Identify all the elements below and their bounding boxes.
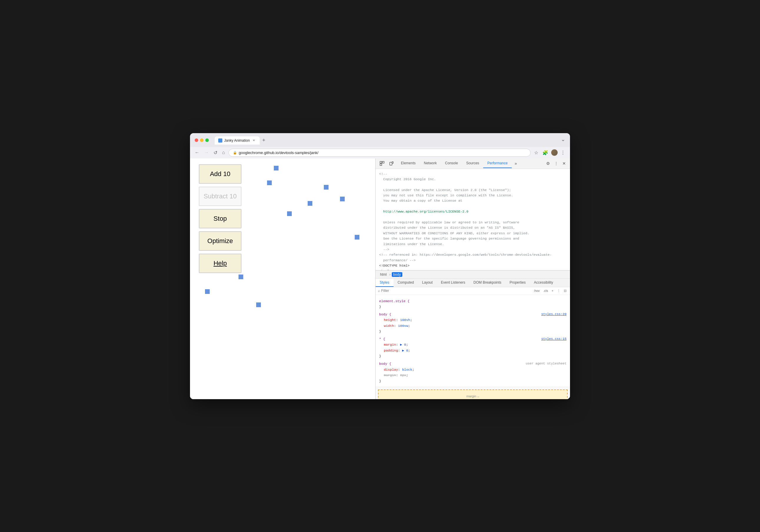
hover-state-button[interactable]: :hov	[532, 288, 541, 293]
help-button[interactable]: Help	[199, 254, 241, 273]
page-buttons: Add 10 Subtract 10 Stop Optimize Help	[199, 164, 241, 273]
html-source[interactable]: <!-- Copyright 2016 Google Inc. Licensed…	[376, 169, 570, 270]
styles-panel: Styles Computed Layout Event Listeners D…	[376, 279, 570, 399]
styles-tab-accessibility[interactable]: Accessibility	[530, 279, 557, 287]
svg-rect-1	[380, 164, 382, 165]
box-model-value: –	[476, 395, 479, 399]
forward-button[interactable]: →	[203, 149, 210, 156]
box-model-area: margin –	[376, 387, 570, 399]
tab-network[interactable]: Network	[420, 159, 441, 168]
css-rule-star: * { styles.css:15 margin: ▶ 0; padding: …	[379, 336, 566, 359]
devtools-toolbar: Elements Network Console Sources Perform…	[376, 158, 570, 169]
source-line	[379, 182, 566, 187]
nav-bar: ← → ↺ ⌂ 🔒 googlechrome.github.io/devtool…	[190, 147, 570, 158]
anim-square	[287, 211, 292, 216]
anim-square	[205, 289, 210, 294]
anim-square	[256, 302, 261, 307]
more-menu-button[interactable]: ⋮	[559, 149, 566, 157]
devtools-settings-button[interactable]: ⚙	[545, 160, 552, 167]
source-line: See the License for the specific languag…	[379, 236, 566, 241]
main-content: Add 10 Subtract 10 Stop Optimize Help	[190, 158, 570, 399]
breadcrumb-bar: html › body	[376, 270, 570, 279]
breadcrumb-body[interactable]: body	[392, 272, 403, 277]
style-more-button[interactable]: ⋮	[556, 288, 561, 293]
svg-rect-0	[380, 161, 382, 163]
more-devtools-tabs-button[interactable]: »	[513, 160, 519, 167]
styles-tab-event-listeners[interactable]: Event Listeners	[437, 279, 469, 287]
minimize-button[interactable]	[200, 138, 204, 142]
anim-square	[324, 185, 329, 190]
styles-tab-styles[interactable]: Styles	[376, 279, 394, 287]
source-line: <!DOCTYPE html>	[379, 263, 566, 268]
filter-input[interactable]	[381, 288, 531, 293]
subtract-10-button[interactable]: Subtract 10	[199, 187, 241, 206]
devtools-close-button[interactable]: ✕	[561, 160, 568, 167]
avatar[interactable]	[551, 149, 558, 156]
styles-tab-dom-breakpoints[interactable]: DOM Breakpoints	[469, 279, 505, 287]
active-tab[interactable]: Janky Animation ✕	[215, 136, 260, 145]
source-line: Copyright 2016 Google Inc.	[379, 177, 566, 182]
source-line: performance/ -->	[379, 258, 566, 263]
browser-window: Janky Animation ✕ + ⌄ ← → ↺ ⌂ 🔒 googlech…	[190, 133, 570, 399]
add-10-button[interactable]: Add 10	[199, 164, 241, 184]
styles-tab-layout[interactable]: Layout	[418, 279, 437, 287]
optimize-button[interactable]: Optimize	[199, 231, 241, 251]
url-text: googlechrome.github.io/devtools-samples/…	[239, 151, 526, 155]
anim-square	[239, 275, 243, 279]
stop-button[interactable]: Stop	[199, 209, 241, 228]
tab-title: Janky Animation	[224, 138, 250, 143]
source-line	[379, 215, 566, 220]
tab-elements[interactable]: Elements	[397, 159, 420, 168]
bookmark-button[interactable]: ☆	[533, 149, 540, 157]
box-model-label: margin	[466, 394, 476, 398]
styles-tab-computed[interactable]: Computed	[394, 279, 418, 287]
breadcrumb-html[interactable]: html	[379, 272, 388, 277]
svg-rect-4	[392, 162, 393, 163]
css-source-link-2[interactable]: styles.css:15	[541, 336, 566, 342]
filter-right-buttons: :hov .cls + ⋮ ⊡	[532, 288, 568, 293]
svg-rect-2	[382, 161, 384, 163]
css-rule-body-1: body { styles.css:20 height: 100vh; widt…	[379, 312, 566, 334]
tab-favicon	[218, 138, 222, 143]
page-area: Add 10 Subtract 10 Stop Optimize Help	[190, 158, 375, 399]
traffic-lights	[195, 138, 209, 142]
back-button[interactable]: ←	[194, 149, 201, 156]
title-bar: Janky Animation ✕ + ⌄	[190, 133, 570, 147]
styles-tabs: Styles Computed Layout Event Listeners D…	[376, 279, 570, 287]
css-rule-body-ua: body { user agent stylesheet display: bl…	[379, 361, 566, 384]
source-line: <!-- referenced in: https://developers.g…	[379, 252, 566, 257]
window-controls[interactable]: ⌄	[561, 136, 565, 144]
extensions-button[interactable]: 🧩	[541, 149, 549, 157]
add-style-button[interactable]: +	[550, 288, 555, 293]
close-button[interactable]	[195, 138, 198, 142]
home-button[interactable]: ⌂	[221, 149, 226, 156]
maximize-button[interactable]	[205, 138, 209, 142]
filter-icon: ⌕	[378, 288, 380, 293]
nav-right-icons: ☆ 🧩 ⋮	[533, 149, 566, 157]
source-line	[379, 204, 566, 209]
computed-style-button[interactable]: ⊡	[563, 288, 568, 293]
tab-sources[interactable]: Sources	[462, 159, 483, 168]
inspect-element-button[interactable]	[378, 160, 386, 167]
anim-square	[274, 166, 278, 170]
devtools-panel: Elements Network Console Sources Perform…	[375, 158, 570, 399]
devtools-more-button[interactable]: ⋮	[552, 160, 560, 167]
lock-icon: 🔒	[233, 151, 237, 155]
device-mode-button[interactable]	[387, 160, 396, 167]
devtools-right-icons: ⚙ ⋮ ✕	[545, 160, 568, 167]
css-rules: element.style { } body { styles.css:20 h…	[376, 297, 570, 387]
tab-console[interactable]: Console	[441, 159, 462, 168]
new-tab-button[interactable]: +	[260, 136, 268, 145]
source-line: <!--	[379, 171, 566, 177]
tab-performance[interactable]: Performance	[483, 159, 512, 168]
styles-tab-properties[interactable]: Properties	[505, 279, 530, 287]
tab-close-button[interactable]: ✕	[252, 138, 256, 143]
css-source-link[interactable]: styles.css:20	[541, 312, 566, 317]
classes-button[interactable]: .cls	[542, 288, 549, 293]
address-bar[interactable]: 🔒 googlechrome.github.io/devtools-sample…	[228, 149, 531, 157]
svg-rect-3	[390, 162, 392, 165]
reload-button[interactable]: ↺	[213, 149, 218, 157]
filter-bar: ⌕ :hov .cls + ⋮ ⊡	[376, 287, 570, 295]
styles-content: element.style { } body { styles.css:20 h…	[376, 295, 570, 399]
devtools-content: <!-- Copyright 2016 Google Inc. Licensed…	[376, 169, 570, 399]
